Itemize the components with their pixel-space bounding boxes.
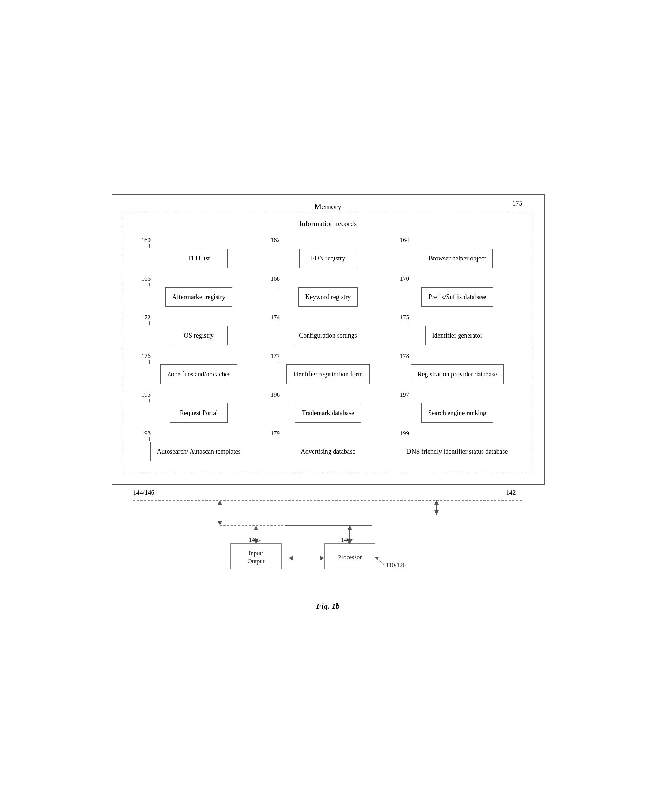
ref-175b: 175 — [400, 314, 409, 325]
node-zone-files: Zone files and/or caches — [160, 364, 237, 384]
node-os-registry: OS registry — [170, 326, 228, 345]
node-search-engine: Search engine ranking — [421, 403, 493, 423]
grid-row-2: 166 Aftermarket registry 168 Keyword reg… — [134, 272, 522, 310]
ref-197: 197 — [400, 391, 409, 402]
node-config-settings: Configuration settings — [292, 326, 364, 345]
cell-request-portal: 195 Request Portal — [134, 388, 263, 426]
svg-text:110/120: 110/120 — [386, 562, 406, 569]
node-prefix-suffix: Prefix/Suffix database — [421, 287, 493, 307]
svg-marker-6 — [434, 500, 439, 505]
cell-search-engine: 197 Search engine ranking — [393, 388, 522, 426]
fig-label: Fig. 1b — [316, 601, 340, 611]
label-142: 142 — [506, 489, 516, 497]
ref-179: 179 — [271, 430, 280, 441]
connections-svg: 148 140 Input/ Output Processor 110/120 — [111, 497, 545, 590]
page: 175 Memory Information records 160 TLD l… — [76, 180, 581, 632]
cell-registration-provider: 178 Registration provider database — [393, 350, 522, 387]
cell-os-registry: 172 OS registry — [134, 311, 263, 348]
ref-198: 198 — [142, 430, 151, 441]
svg-marker-1 — [218, 521, 222, 525]
node-tld-list: TLD list — [170, 248, 228, 268]
node-aftermarket: Aftermarket registry — [166, 287, 232, 307]
cell-trademark-db: 196 Trademark database — [263, 388, 393, 426]
bottom-connection-area: 144/146 142 — [111, 485, 545, 590]
svg-marker-2 — [218, 500, 222, 505]
node-request-portal: Request Portal — [170, 403, 228, 423]
svg-marker-17 — [288, 556, 293, 560]
grid-row-5: 195 Request Portal 196 Trademark databas… — [134, 388, 522, 426]
cell-aftermarket: 166 Aftermarket registry — [134, 272, 263, 310]
ref-178: 178 — [400, 353, 409, 364]
cell-identifier-reg-form: 177 Identifier registration form — [263, 350, 393, 387]
ref-168: 168 — [271, 275, 280, 287]
cell-config-settings: 174 Configuration settings — [263, 311, 393, 348]
cell-browser-helper: 164 Browser helper object — [393, 234, 522, 271]
node-trademark-db: Trademark database — [295, 403, 361, 423]
info-records-box: Information records 160 TLD list 162 FDN… — [123, 212, 533, 473]
ref-195: 195 — [142, 391, 151, 402]
node-identifier-reg-form: Identifier registration form — [286, 364, 370, 384]
node-fdn-registry: FDN registry — [299, 248, 357, 268]
svg-marker-16 — [320, 556, 325, 560]
label-144-146: 144/146 — [133, 489, 155, 497]
node-autosearch: Autosearch/ Autoscan templates — [150, 442, 248, 461]
memory-outer-box: 175 Memory Information records 160 TLD l… — [111, 194, 545, 485]
svg-text:Input/: Input/ — [248, 550, 263, 556]
cell-advertising-db: 179 Advertising database — [263, 427, 393, 464]
ref-172: 172 — [142, 314, 151, 325]
ref-177: 177 — [271, 353, 280, 364]
svg-text:Output: Output — [247, 558, 265, 564]
cell-tld-list: 160 TLD list — [134, 234, 263, 271]
ref-170: 170 — [400, 275, 409, 287]
cell-prefix-suffix: 170 Prefix/Suffix database — [393, 272, 522, 310]
ref-196: 196 — [271, 391, 280, 402]
svg-marker-11 — [254, 525, 258, 530]
grid-row-6: 198 Autosearch/ Autoscan templates 179 A… — [134, 427, 522, 464]
ref-164: 164 — [400, 237, 409, 248]
ref-162: 162 — [271, 237, 280, 248]
node-advertising-db: Advertising database — [294, 442, 362, 461]
node-dns-friendly: DNS friendly identifier status database — [400, 442, 515, 461]
cell-autosearch: 198 Autosearch/ Autoscan templates — [134, 427, 263, 464]
ref-166: 166 — [142, 275, 151, 287]
node-identifier-gen: Identifier generator — [425, 326, 489, 345]
node-browser-helper: Browser helper object — [422, 248, 493, 268]
cell-identifier-gen: 175 Identifier generator — [393, 311, 522, 348]
svg-text:Processor: Processor — [337, 554, 361, 561]
ref-176: 176 — [142, 353, 151, 364]
node-keyword: Keyword registry — [298, 287, 357, 307]
svg-marker-5 — [434, 510, 439, 515]
cell-keyword: 168 Keyword registry — [263, 272, 393, 310]
cell-zone-files: 176 Zone files and/or caches — [134, 350, 263, 387]
ref-160: 160 — [142, 237, 151, 248]
grid-row-1: 160 TLD list 162 FDN registry 164 Browse… — [134, 234, 522, 271]
memory-ref: 175 — [513, 200, 522, 207]
svg-marker-14 — [348, 525, 352, 530]
memory-title: Memory — [123, 202, 533, 211]
cell-dns-friendly: 199 DNS friendly identifier status datab… — [393, 427, 522, 464]
ref-199: 199 — [400, 430, 409, 441]
ref-174: 174 — [271, 314, 280, 325]
cell-fdn-registry: 162 FDN registry — [263, 234, 393, 271]
grid-row-4: 176 Zone files and/or caches 177 Identif… — [134, 350, 522, 387]
grid-row-3: 172 OS registry 174 Configuration settin… — [134, 311, 522, 348]
node-registration-provider: Registration provider database — [411, 364, 504, 384]
info-records-label: Information records — [134, 220, 522, 228]
